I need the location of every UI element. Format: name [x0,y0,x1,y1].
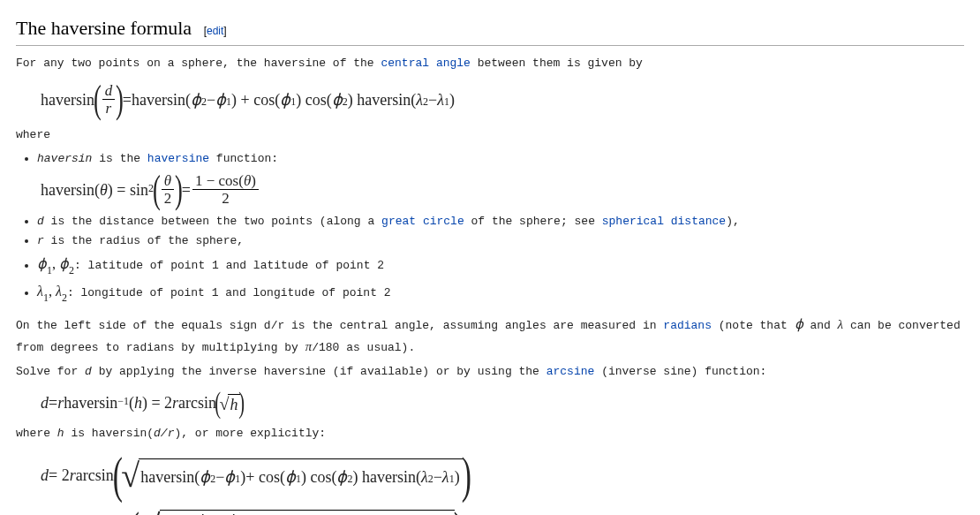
link-radians[interactable]: radians [663,319,712,332]
edit-section: [edit] [204,25,227,37]
heading-text: The haversine formula [16,17,192,39]
formula-explicit-2: = 2r arcsin ( √ sin2 ( ϕ2 − ϕ1 2 ) + cos… [65,507,964,515]
solve-paragraph: Solve for d by applying the inverse have… [16,363,964,382]
link-arcsine[interactable]: arcsine [547,365,595,378]
edit-link[interactable]: edit [207,25,223,37]
formula-solve-d: d = r haversin−1(h) = 2r arcsin ( √h ) [41,390,964,416]
where-h-paragraph: where h is haversin(d/r), or more explic… [16,425,964,443]
link-central-angle[interactable]: central angle [381,57,470,70]
def-r: r is the radius of the sphere, [37,232,964,251]
formula-explicit-1: d = 2r arcsin ( √ haversin(ϕ2 − ϕ1) + co… [41,452,964,498]
def-lambda: λ1, λ2: longitude of point 1 and longitu… [37,280,964,305]
link-spherical-distance[interactable]: spherical distance [602,215,726,228]
def-d: d is the distance between the two points… [37,213,964,231]
intro-paragraph: For any two points on a sphere, the have… [16,55,964,73]
note-paragraph: On the left side of the equals sign d/r … [16,314,964,358]
def-phi: ϕ1, ϕ2: latitude of point 1 and latitude… [37,253,964,277]
link-great-circle[interactable]: great circle [381,215,464,228]
definition-list: haversin is the haversine function: have… [16,150,964,305]
formula-haversin-def: haversin(θ) = sin2 ( θ 2 ) = 1 − cos(θ) … [41,172,964,208]
section-heading: The haversine formula [edit] [16,12,964,46]
def-haversin: haversin is the haversine function: have… [37,150,964,208]
formula-haversin-main: haversin ( d r ) = haversin(ϕ2 − ϕ1) + c… [41,82,964,117]
link-haversine[interactable]: haversine [147,152,209,165]
where-label: where [16,126,964,145]
